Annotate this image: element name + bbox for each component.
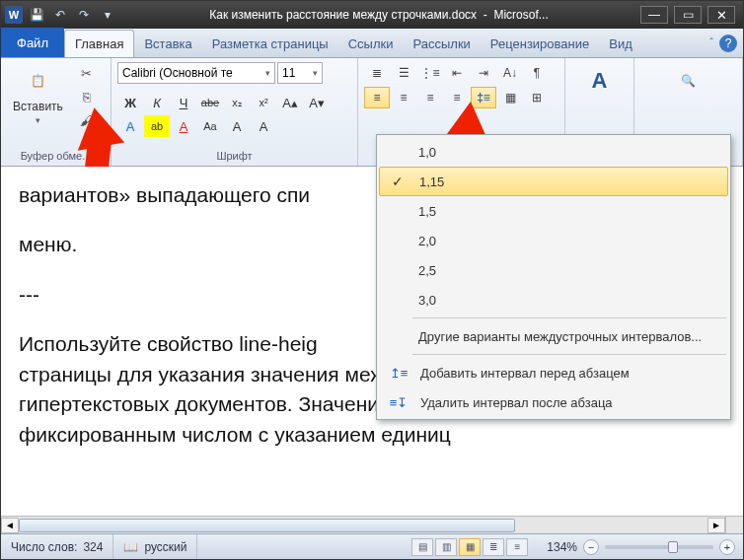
add-before-icon: ↥≡ bbox=[387, 366, 410, 381]
title-bar: W 💾 ↶ ↷ ▾ Как изменить расстояние между … bbox=[1, 1, 743, 29]
zoom-thumb[interactable] bbox=[668, 541, 678, 553]
qat-undo-icon[interactable]: ↶ bbox=[50, 5, 70, 25]
superscript-button[interactable]: x² bbox=[251, 92, 276, 113]
shrink-font-button[interactable]: A▾ bbox=[304, 92, 330, 113]
help-icon[interactable]: ? bbox=[719, 35, 737, 52]
tab-insert[interactable]: Вставка bbox=[134, 30, 201, 57]
remove-space-after-paragraph[interactable]: ≡↧Удалить интервал после абзаца bbox=[379, 387, 728, 417]
line-spacing-option-1-15[interactable]: ✓1,15 bbox=[379, 167, 728, 196]
qat-save-icon[interactable]: 💾 bbox=[27, 5, 46, 25]
zoom-in-button[interactable]: + bbox=[719, 539, 735, 555]
show-marks-button[interactable]: ¶ bbox=[524, 62, 550, 84]
paste-button[interactable]: 📋 Вставить ▾ bbox=[7, 62, 69, 127]
menu-separator bbox=[412, 317, 726, 318]
language-label: русский bbox=[144, 540, 186, 554]
scroll-corner bbox=[725, 516, 743, 533]
decrease-indent-button[interactable]: ⇤ bbox=[444, 62, 470, 84]
qat-redo-icon[interactable]: ↷ bbox=[74, 5, 94, 25]
multilevel-list-button[interactable]: ⋮≡ bbox=[417, 62, 443, 84]
line-spacing-option-1-5[interactable]: 1,5 bbox=[379, 196, 728, 226]
group-font: Calibri (Основной те 11 Ж К Ч abe x₂ x² … bbox=[112, 58, 358, 166]
clear-formatting-button[interactable]: A bbox=[224, 115, 250, 137]
highlight-button[interactable]: ab bbox=[144, 115, 170, 137]
menu-separator bbox=[412, 354, 726, 355]
grow-font-button[interactable]: A▴ bbox=[277, 92, 303, 113]
doc-line-1: вариантов» выпадающего спи bbox=[19, 183, 310, 206]
line-spacing-option-2-5[interactable]: 2,5 bbox=[379, 255, 728, 285]
underline-button[interactable]: Ч bbox=[171, 92, 196, 113]
view-outline[interactable]: ≣ bbox=[483, 538, 504, 556]
horizontal-scrollbar[interactable]: ◄ ► bbox=[1, 516, 725, 533]
styles-icon: A bbox=[583, 64, 617, 98]
find-button[interactable]: 🔍 bbox=[666, 62, 711, 100]
view-draft[interactable]: ≡ bbox=[506, 538, 528, 556]
align-left-button[interactable]: ≡ bbox=[364, 87, 390, 108]
hscroll-left-icon[interactable]: ◄ bbox=[1, 518, 19, 533]
minimize-button[interactable]: — bbox=[640, 6, 668, 24]
qat-customize-icon[interactable]: ▾ bbox=[98, 5, 117, 25]
tab-mailings[interactable]: Рассылки bbox=[404, 30, 481, 57]
clipboard-icon: 📋 bbox=[21, 64, 54, 98]
language-status[interactable]: 📖 русский bbox=[113, 534, 197, 559]
hscroll-right-icon[interactable]: ► bbox=[707, 518, 725, 533]
view-web-layout[interactable]: ▦ bbox=[459, 538, 481, 556]
copy-button[interactable]: ⎘ bbox=[75, 86, 99, 107]
align-right-button[interactable]: ≡ bbox=[417, 87, 443, 108]
change-case-button[interactable]: Aa bbox=[197, 115, 223, 137]
doc-line-3: --- bbox=[19, 283, 39, 306]
doc-line-2: меню. bbox=[19, 233, 77, 255]
cut-button[interactable]: ✂ bbox=[75, 62, 99, 84]
app-name: Microsof... bbox=[493, 8, 548, 22]
align-center-button[interactable]: ≡ bbox=[391, 87, 416, 108]
doc-line-4: Используйте свойство line-heig bbox=[19, 332, 318, 355]
status-bar: Число слов: 324 📖 русский ▤ ▥ ▦ ≣ ≡ 134%… bbox=[1, 533, 743, 559]
bullets-button[interactable]: ≣ bbox=[364, 62, 390, 84]
subscript-button[interactable]: x₂ bbox=[224, 92, 250, 113]
increase-indent-button[interactable]: ⇥ bbox=[471, 62, 496, 84]
font-color-button[interactable]: A bbox=[171, 115, 196, 137]
view-full-screen[interactable]: ▥ bbox=[435, 538, 457, 556]
tab-home[interactable]: Главная bbox=[64, 30, 134, 57]
line-spacing-option-1-0[interactable]: 1,0 bbox=[379, 137, 728, 167]
strikethrough-button[interactable]: abe bbox=[197, 92, 223, 113]
font-size-combo[interactable]: 11 bbox=[277, 62, 323, 84]
styles-button[interactable]: A bbox=[577, 62, 623, 100]
file-tab[interactable]: Файл bbox=[1, 28, 64, 57]
borders-button[interactable]: ⊞ bbox=[524, 87, 550, 108]
document-title: Как изменить расстояние между строчками.… bbox=[209, 8, 477, 22]
add-space-before-paragraph[interactable]: ↥≡Добавить интервал перед абзацем bbox=[379, 358, 728, 387]
shading-button[interactable]: ▦ bbox=[497, 87, 523, 108]
tab-references[interactable]: Ссылки bbox=[338, 30, 404, 57]
paste-label: Вставить bbox=[13, 100, 63, 113]
italic-button[interactable]: К bbox=[144, 92, 170, 113]
font-family-combo[interactable]: Calibri (Основной те bbox=[117, 62, 275, 84]
ribbon-tabs: Файл Главная Вставка Разметка страницы С… bbox=[1, 29, 743, 58]
zoom-out-button[interactable]: − bbox=[583, 539, 599, 555]
sort-button[interactable]: A↓ bbox=[497, 62, 523, 84]
numbering-button[interactable]: ☰ bbox=[391, 62, 416, 84]
zoom-control: 134% − + bbox=[539, 539, 743, 555]
word-count[interactable]: Число слов: 324 bbox=[1, 534, 113, 559]
maximize-button[interactable]: ▭ bbox=[674, 6, 702, 24]
tab-page-layout[interactable]: Разметка страницы bbox=[202, 30, 338, 57]
check-icon: ✓ bbox=[392, 174, 404, 189]
minimize-ribbon-icon[interactable]: ˆ bbox=[709, 36, 713, 48]
word-count-label: Число слов: bbox=[11, 540, 77, 554]
close-button[interactable]: ✕ bbox=[707, 6, 735, 24]
remove-after-icon: ≡↧ bbox=[387, 395, 410, 410]
line-spacing-menu: 1,0 ✓1,15 1,5 2,0 2,5 3,0 Другие вариант… bbox=[376, 134, 731, 420]
tab-view[interactable]: Вид bbox=[599, 30, 642, 57]
zoom-slider[interactable] bbox=[605, 545, 713, 549]
font-group-label: Шрифт bbox=[117, 148, 351, 164]
line-spacing-options-more[interactable]: Другие варианты междустрочных интервалов… bbox=[379, 321, 728, 351]
line-spacing-option-3-0[interactable]: 3,0 bbox=[379, 285, 728, 315]
bold-button[interactable]: Ж bbox=[117, 92, 143, 113]
tab-review[interactable]: Рецензирование bbox=[481, 30, 599, 57]
char-border-button[interactable]: A bbox=[251, 115, 276, 137]
word-app-icon: W bbox=[5, 6, 23, 24]
line-spacing-option-2-0[interactable]: 2,0 bbox=[379, 226, 728, 255]
view-print-layout[interactable]: ▤ bbox=[411, 538, 433, 556]
binoculars-icon: 🔍 bbox=[672, 64, 706, 98]
zoom-value[interactable]: 134% bbox=[547, 540, 577, 554]
hscroll-thumb[interactable] bbox=[19, 519, 515, 532]
